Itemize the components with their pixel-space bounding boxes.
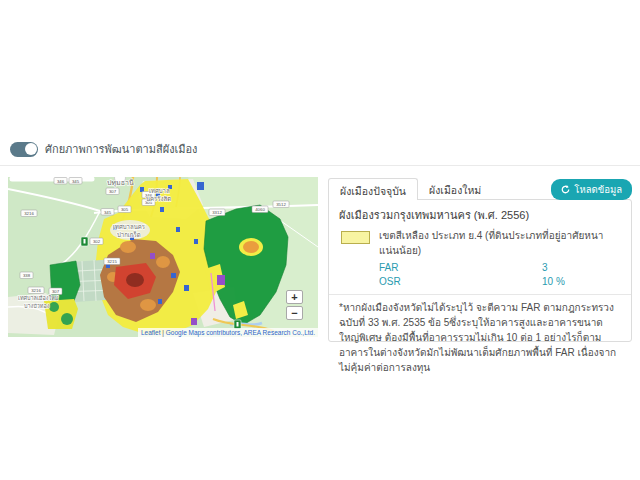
green-patch (61, 313, 73, 325)
map-tiles: 346 345 307 346 305 305 345 3216 302 331… (8, 177, 318, 337)
svg-text:3216: 3216 (31, 288, 41, 293)
orange-patch-in-green (243, 241, 259, 253)
svg-text:307: 307 (52, 289, 60, 294)
divider (0, 165, 640, 166)
svg-text:305: 305 (121, 207, 129, 212)
map-place-label: เทศบาลนคร (113, 224, 146, 230)
svg-text:345: 345 (104, 210, 112, 215)
map-canvas[interactable]: 346 345 307 346 305 305 345 3216 302 331… (8, 177, 318, 337)
route-shield: 3216 (21, 210, 37, 217)
svg-text:338: 338 (23, 273, 31, 278)
route-shield: 307 (106, 188, 119, 195)
map-zoom-out-button[interactable]: − (286, 306, 303, 320)
svg-text:307: 307 (109, 189, 117, 194)
svg-text:3215: 3215 (107, 259, 117, 264)
map-place-label: บางบัวทอง (24, 303, 50, 309)
green-patch (49, 302, 59, 312)
route-shield: 3215 (104, 258, 120, 265)
tab-current-plan[interactable]: ผังเมืองปัจจุบัน (328, 178, 418, 200)
map-place-label: ปทุมธานี (107, 179, 134, 187)
refresh-icon (561, 185, 570, 194)
route-shield: 338 (20, 272, 33, 279)
map-credits-link[interactable]: Google Maps contributors, AREA Research … (166, 329, 315, 336)
map-place-label: เทศบาล (149, 188, 170, 194)
route-shield: 3312 (209, 209, 225, 216)
far-value: 3 (542, 262, 548, 273)
osr-row: OSR 10 % (379, 276, 621, 287)
zone-orange (156, 256, 170, 268)
map-place-label: ปากเกร็ด (117, 230, 141, 238)
svg-text:345: 345 (72, 179, 80, 184)
svg-text:3512: 3512 (276, 202, 286, 207)
zone-orange (140, 299, 156, 311)
route-shield: 3512 (273, 201, 289, 208)
svg-text:4060: 4060 (255, 207, 265, 212)
toggle-label: ศักยภาพการพัฒนาตามสีผังเมือง (45, 140, 198, 158)
svg-text:3216: 3216 (24, 211, 34, 216)
leaflet-link[interactable]: Leaflet (141, 329, 161, 336)
svg-text:302: 302 (93, 239, 101, 244)
divider (329, 294, 631, 295)
route-shield: 302 (90, 238, 103, 245)
zone-purple (150, 253, 155, 259)
zone-color-swatch (341, 231, 370, 244)
reload-button-label: โหลดข้อมูล (574, 182, 622, 197)
route-shield: 4060 (252, 206, 268, 213)
route-shield: 307 (49, 288, 62, 295)
tab-bar: ผังเมืองปัจจุบัน ผังเมืองใหม่ โหลดข้อมูล (328, 178, 632, 200)
map-zoom-in-button[interactable]: + (286, 290, 303, 304)
svg-text:346: 346 (57, 179, 65, 184)
zone-orange (120, 241, 136, 253)
zone-label: เขตสีเหลือง ประเภท ย.4 (ที่ดินประเภทที่อ… (379, 228, 621, 258)
svg-text:3312: 3312 (212, 210, 222, 215)
zone-legend: เขตสีเหลือง ประเภท ย.4 (ที่ดินประเภทที่อ… (339, 228, 621, 287)
plan-info-panel: ผังเมืองปัจจุบัน ผังเมืองใหม่ โหลดข้อมูล… (328, 178, 632, 342)
page: ศักยภาพการพัฒนาตามสีผังเมือง (0, 0, 640, 480)
map-place-label: เทศบาลเมืองใหม่ (18, 295, 59, 301)
osr-value: 10 % (542, 276, 565, 287)
reload-data-button[interactable]: โหลดข้อมูล (551, 179, 632, 200)
route-shield: 346 (54, 178, 67, 185)
cityplan-color-potential-toggle[interactable] (10, 142, 38, 157)
tab-new-plan[interactable]: ผังเมืองใหม่ (418, 178, 492, 200)
far-row: FAR 3 (379, 262, 621, 273)
motorway-shield-icon (81, 237, 88, 246)
osr-key: OSR (379, 276, 542, 287)
route-shield: 3216 (28, 287, 44, 294)
route-shield: 345 (101, 209, 114, 216)
plan-detail-card: ผังเมืองรวมกรุงเทพมหานคร (พ.ศ. 2556) เขต… (328, 199, 632, 342)
far-key: FAR (379, 262, 542, 273)
toggle-row: ศักยภาพการพัฒนาตามสีผังเมือง (10, 140, 198, 158)
route-shield: 305 (118, 206, 131, 213)
map-place-label: นครรังสิต (146, 196, 171, 202)
zone-red-core (126, 273, 144, 287)
zone-purple (191, 318, 197, 325)
plan-title: ผังเมืองรวมกรุงเทพมหานคร (พ.ศ. 2556) (339, 206, 621, 224)
zone-purple (217, 275, 225, 285)
toggle-knob (25, 143, 37, 155)
route-shield: 345 (69, 178, 82, 185)
map-attribution: Leaflet | Google Maps contributors, AREA… (138, 328, 318, 337)
far-disclaimer-text: *หากผังเมืองจังหวัดไม่ได้ระบุไว้ จะตีควา… (339, 300, 621, 375)
zone-legend-detail: เขตสีเหลือง ประเภท ย.4 (ที่ดินประเภทที่อ… (379, 228, 621, 287)
